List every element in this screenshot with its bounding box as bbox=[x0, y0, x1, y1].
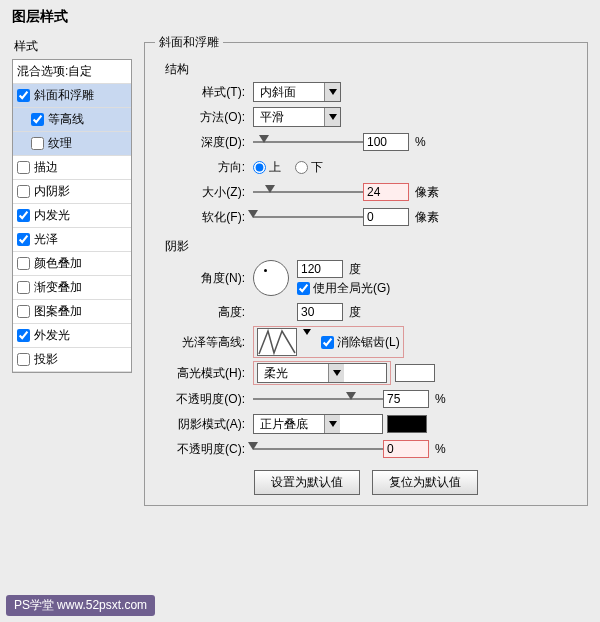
radio-icon[interactable] bbox=[295, 161, 308, 174]
checkbox-icon[interactable] bbox=[17, 305, 30, 318]
style-select[interactable]: 内斜面 bbox=[253, 82, 341, 102]
structure-group: 结构 样式(T): 内斜面 方法(O): 平滑 bbox=[165, 61, 577, 228]
chevron-down-icon bbox=[324, 415, 340, 433]
shadow-opacity-unit: % bbox=[435, 442, 446, 456]
shadow-opacity-input[interactable] bbox=[383, 440, 429, 458]
size-unit: 像素 bbox=[415, 184, 439, 201]
sidebar: 样式 混合选项:自定 斜面和浮雕等高线纹理描边内阴影内发光光泽颜色叠加渐变叠加图… bbox=[12, 34, 132, 514]
shadow-opacity-label: 不透明度(C): bbox=[165, 441, 245, 458]
checkbox-icon[interactable] bbox=[17, 329, 30, 342]
sidebar-item-9[interactable]: 图案叠加 bbox=[13, 300, 131, 324]
checkbox-icon[interactable] bbox=[31, 113, 44, 126]
radio-icon[interactable] bbox=[253, 161, 266, 174]
sidebar-item-2[interactable]: 纹理 bbox=[13, 132, 131, 156]
layer-style-dialog: 图层样式 样式 混合选项:自定 斜面和浮雕等高线纹理描边内阴影内发光光泽颜色叠加… bbox=[0, 0, 600, 522]
direction-up-radio[interactable]: 上 bbox=[253, 159, 281, 176]
sidebar-item-label: 投影 bbox=[34, 351, 58, 368]
angle-dial[interactable] bbox=[253, 260, 289, 296]
direction-down-radio[interactable]: 下 bbox=[295, 159, 323, 176]
checkbox-icon[interactable] bbox=[17, 161, 30, 174]
depth-unit: % bbox=[415, 135, 426, 149]
style-list: 混合选项:自定 斜面和浮雕等高线纹理描边内阴影内发光光泽颜色叠加渐变叠加图案叠加… bbox=[12, 59, 132, 373]
altitude-label: 高度: bbox=[165, 304, 245, 321]
size-label: 大小(Z): bbox=[165, 184, 245, 201]
checkbox-icon[interactable] bbox=[17, 185, 30, 198]
sidebar-item-label: 颜色叠加 bbox=[34, 255, 82, 272]
chevron-down-icon[interactable] bbox=[303, 335, 311, 349]
size-input[interactable] bbox=[363, 183, 409, 201]
highlight-mode-label: 高光模式(H): bbox=[165, 365, 245, 382]
antialias-checkbox[interactable]: 消除锯齿(L) bbox=[321, 334, 400, 351]
altitude-unit: 度 bbox=[349, 304, 361, 321]
global-light-label: 使用全局光(G) bbox=[313, 280, 390, 297]
direction-down-label: 下 bbox=[311, 159, 323, 176]
sidebar-item-label: 描边 bbox=[34, 159, 58, 176]
shadow-mode-select[interactable]: 正片叠底 bbox=[253, 414, 383, 434]
highlight-mode-select[interactable]: 柔光 bbox=[257, 363, 387, 383]
checkbox-icon[interactable] bbox=[17, 89, 30, 102]
gloss-contour-picker[interactable] bbox=[257, 328, 297, 356]
blend-options-item[interactable]: 混合选项:自定 bbox=[13, 60, 131, 84]
sidebar-item-label: 光泽 bbox=[34, 231, 58, 248]
checkbox-icon[interactable] bbox=[297, 282, 310, 295]
technique-select[interactable]: 平滑 bbox=[253, 107, 341, 127]
settings-panel: 斜面和浮雕 结构 样式(T): 内斜面 方法(O): 平滑 bbox=[144, 34, 588, 514]
chevron-down-icon bbox=[328, 364, 344, 382]
altitude-input[interactable] bbox=[297, 303, 343, 321]
sidebar-item-10[interactable]: 外发光 bbox=[13, 324, 131, 348]
sidebar-item-8[interactable]: 渐变叠加 bbox=[13, 276, 131, 300]
size-slider[interactable] bbox=[253, 185, 363, 199]
checkbox-icon[interactable] bbox=[17, 233, 30, 246]
shading-group: 阴影 角度(N): 度 使用全局光(G) bbox=[165, 238, 577, 460]
angle-label: 角度(N): bbox=[165, 270, 245, 287]
shading-title: 阴影 bbox=[165, 238, 577, 255]
chevron-down-icon bbox=[324, 108, 340, 126]
depth-input[interactable] bbox=[363, 133, 409, 151]
sidebar-item-11[interactable]: 投影 bbox=[13, 348, 131, 372]
sidebar-item-4[interactable]: 内阴影 bbox=[13, 180, 131, 204]
direction-up-label: 上 bbox=[269, 159, 281, 176]
sidebar-item-label: 内阴影 bbox=[34, 183, 70, 200]
depth-slider[interactable] bbox=[253, 135, 363, 149]
bevel-group-title: 斜面和浮雕 bbox=[155, 34, 223, 51]
sidebar-item-5[interactable]: 内发光 bbox=[13, 204, 131, 228]
reset-default-button[interactable]: 复位为默认值 bbox=[372, 470, 478, 495]
checkbox-icon[interactable] bbox=[17, 281, 30, 294]
make-default-button[interactable]: 设置为默认值 bbox=[254, 470, 360, 495]
sidebar-item-label: 内发光 bbox=[34, 207, 70, 224]
angle-unit: 度 bbox=[349, 261, 361, 278]
style-value: 内斜面 bbox=[254, 84, 324, 101]
technique-label: 方法(O): bbox=[165, 109, 245, 126]
checkbox-icon[interactable] bbox=[31, 137, 44, 150]
direction-label: 方向: bbox=[165, 159, 245, 176]
shadow-mode-value: 正片叠底 bbox=[254, 416, 324, 433]
soften-slider[interactable] bbox=[253, 210, 363, 224]
checkbox-icon[interactable] bbox=[17, 209, 30, 222]
highlight-opacity-input[interactable] bbox=[383, 390, 429, 408]
bevel-emboss-group: 斜面和浮雕 结构 样式(T): 内斜面 方法(O): 平滑 bbox=[144, 34, 588, 506]
highlight-color-swatch[interactable] bbox=[395, 364, 435, 382]
depth-label: 深度(D): bbox=[165, 134, 245, 151]
shadow-opacity-slider[interactable] bbox=[253, 442, 383, 456]
shadow-color-swatch[interactable] bbox=[387, 415, 427, 433]
sidebar-item-1[interactable]: 等高线 bbox=[13, 108, 131, 132]
structure-title: 结构 bbox=[165, 61, 577, 78]
sidebar-item-6[interactable]: 光泽 bbox=[13, 228, 131, 252]
shadow-mode-label: 阴影模式(A): bbox=[165, 416, 245, 433]
sidebar-item-label: 渐变叠加 bbox=[34, 279, 82, 296]
highlight-opacity-slider[interactable] bbox=[253, 392, 383, 406]
checkbox-icon[interactable] bbox=[321, 336, 334, 349]
sidebar-item-7[interactable]: 颜色叠加 bbox=[13, 252, 131, 276]
angle-input[interactable] bbox=[297, 260, 343, 278]
checkbox-icon[interactable] bbox=[17, 353, 30, 366]
soften-unit: 像素 bbox=[415, 209, 439, 226]
highlight-opacity-unit: % bbox=[435, 392, 446, 406]
global-light-checkbox[interactable]: 使用全局光(G) bbox=[297, 280, 390, 297]
checkbox-icon[interactable] bbox=[17, 257, 30, 270]
sidebar-item-0[interactable]: 斜面和浮雕 bbox=[13, 84, 131, 108]
sidebar-item-3[interactable]: 描边 bbox=[13, 156, 131, 180]
sidebar-item-label: 图案叠加 bbox=[34, 303, 82, 320]
dialog-title: 图层样式 bbox=[12, 8, 588, 26]
soften-input[interactable] bbox=[363, 208, 409, 226]
soften-label: 软化(F): bbox=[165, 209, 245, 226]
